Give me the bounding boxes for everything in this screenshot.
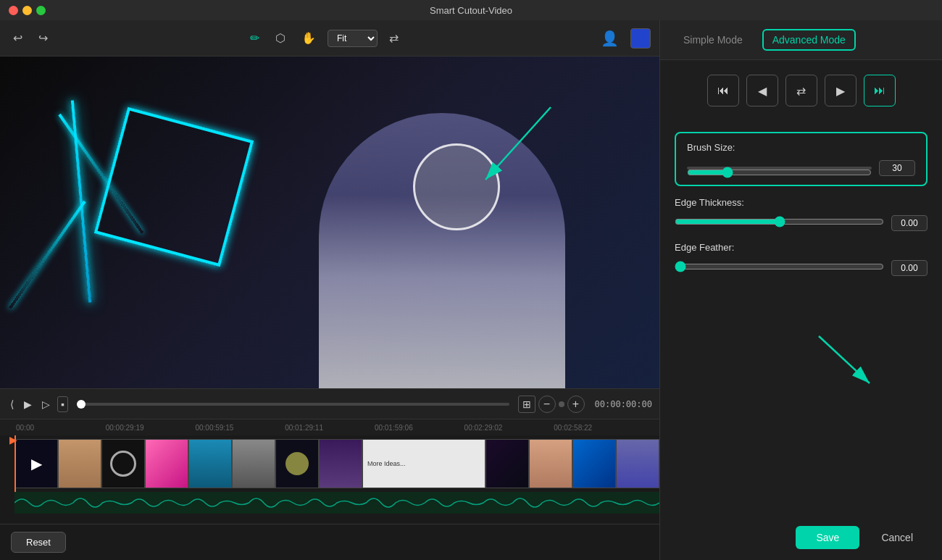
brush-circle-indicator <box>413 143 500 230</box>
progress-bar[interactable] <box>77 403 509 406</box>
zoom-indicator <box>559 401 564 407</box>
edge-thickness-value[interactable]: 0.00 <box>891 215 928 231</box>
save-button[interactable]: Save <box>796 526 859 549</box>
track-thumb-7 <box>319 439 362 488</box>
minimize-button[interactable] <box>22 6 32 15</box>
zoom-dropdown[interactable]: Fit 50% 100% <box>328 30 378 47</box>
reset-button[interactable]: Reset <box>11 532 66 553</box>
playback-bar: ⟨ ▶ ▷ ▪ ⊞ − + 00:00:00:00 <box>0 388 659 419</box>
ruler-mark-6: 00:02:58:22 <box>554 424 643 432</box>
brush-size-slider[interactable] <box>687 167 872 178</box>
simple-mode-button[interactable]: Simple Mode <box>675 30 751 50</box>
traffic-lights <box>9 6 46 15</box>
bottom-bar: Reset <box>0 524 659 560</box>
track-thumb-3 <box>145 439 188 488</box>
right-panel: Simple Mode Advanced Mode ⏮ ◀ ⇄ ▶ ⏭ Brus… <box>659 20 942 560</box>
zoom-controls: ⊞ − + <box>518 396 585 413</box>
step-backward-button[interactable]: ◀ <box>746 75 778 106</box>
brush-size-row: 30 <box>687 160 915 176</box>
redo-button[interactable]: ↪ <box>34 28 52 48</box>
edge-feather-group: Edge Feather: 0.00 <box>675 242 928 276</box>
track-thumb-4 <box>188 439 232 488</box>
main-layout: ↩ ↪ ✏ ⬡ ✋ Fit 50% 100% ⇄ 👤 <box>0 20 942 560</box>
left-panel: ↩ ↪ ✏ ⬡ ✋ Fit 50% 100% ⇄ 👤 <box>0 20 659 560</box>
right-playback-controls: ⏮ ◀ ⇄ ▶ ⏭ <box>660 60 942 121</box>
track-thumb-5 <box>232 439 275 488</box>
edge-thickness-label: Edge Thickness: <box>675 197 928 208</box>
zoom-in-button[interactable]: + <box>567 396 585 413</box>
edge-feather-slider[interactable] <box>675 261 884 272</box>
play-button[interactable]: ▶ <box>21 396 35 413</box>
profile-button[interactable]: 👤 <box>596 27 623 50</box>
hand-tool-button[interactable]: ✋ <box>297 28 320 48</box>
edge-feather-label: Edge Feather: <box>675 242 928 253</box>
brush-size-track[interactable] <box>687 167 872 170</box>
edge-thickness-track[interactable] <box>675 216 884 230</box>
toolbar: ↩ ↪ ✏ ⬡ ✋ Fit 50% 100% ⇄ 👤 <box>0 20 659 57</box>
advanced-mode-button[interactable]: Advanced Mode <box>762 29 856 51</box>
right-bottom: Save Cancel <box>660 515 942 560</box>
video-frame <box>0 57 659 388</box>
edge-thickness-row: 0.00 <box>675 215 928 231</box>
timeline-ruler: 00:00 00:00:29:19 00:00:59:15 00:01:29:1… <box>0 419 659 435</box>
playhead[interactable] <box>14 435 16 492</box>
track-thumb-8: More Ideas... <box>362 439 485 488</box>
loop-button[interactable]: ⇄ <box>785 75 817 106</box>
video-area <box>0 57 659 388</box>
skip-to-start-button[interactable]: ⏮ <box>707 75 739 106</box>
neon-decoration <box>71 100 91 302</box>
undo-button[interactable]: ↩ <box>9 28 27 48</box>
color-picker-button[interactable] <box>630 28 651 49</box>
track-thumb-10 <box>529 439 572 488</box>
track-thumb-11 <box>572 439 616 488</box>
step-back-frame-button[interactable]: ⟨ <box>7 396 17 413</box>
mode-bar: Simple Mode Advanced Mode <box>660 20 942 60</box>
neon-decoration-3 <box>9 201 86 309</box>
timeline-tracks[interactable]: ▶ More Ideas... <box>0 435 659 492</box>
sliders-section: Brush Size: 30 Edge Thickness: 0.00 <box>660 121 942 329</box>
stop-button[interactable]: ▪ <box>57 396 68 412</box>
close-button[interactable] <box>9 6 18 15</box>
play-forward-button[interactable]: ▷ <box>39 396 53 413</box>
edge-thickness-group: Edge Thickness: 0.00 <box>675 197 928 231</box>
edge-thickness-slider[interactable] <box>675 216 884 227</box>
time-display: 00:00:00:00 <box>595 399 652 409</box>
zoom-out-button[interactable]: − <box>538 396 556 413</box>
waveform <box>14 492 659 514</box>
pen-tool-button[interactable]: ✏ <box>246 28 264 48</box>
timeline-area: 00:00 00:00:29:19 00:00:59:15 00:01:29:1… <box>0 419 659 524</box>
edge-feather-track[interactable] <box>675 261 884 275</box>
ruler-mark-1: 00:00:29:19 <box>106 424 196 432</box>
right-bottom-area <box>660 329 942 515</box>
cancel-button[interactable]: Cancel <box>867 526 928 549</box>
expand-button[interactable]: ⊞ <box>518 396 535 413</box>
brush-size-group: Brush Size: 30 <box>675 132 928 186</box>
titlebar: Smart Cutout-Video <box>0 0 942 20</box>
link-button[interactable]: ⇄ <box>385 28 403 48</box>
maximize-button[interactable] <box>36 6 46 15</box>
ruler-mark-5: 00:02:29:02 <box>464 424 554 432</box>
eraser-tool-button[interactable]: ⬡ <box>271 28 290 48</box>
ruler-mark-4: 00:01:59:06 <box>375 424 464 432</box>
save-arrow <box>812 329 884 394</box>
track-thumb-0: ▶ <box>14 439 58 488</box>
track-thumb-2 <box>101 439 145 488</box>
track-thumb-9 <box>485 439 529 488</box>
neon-rectangle <box>94 107 254 267</box>
video-track: ▶ More Ideas... <box>14 439 659 488</box>
edge-feather-row: 0.00 <box>675 260 928 276</box>
track-thumb-12 <box>616 439 659 488</box>
ruler-mark-2: 00:00:59:15 <box>195 424 285 432</box>
step-forward-button[interactable]: ▶ <box>825 75 856 106</box>
track-thumb-6 <box>275 439 319 488</box>
edge-feather-value[interactable]: 0.00 <box>891 260 928 276</box>
skip-to-end-button[interactable]: ⏭ <box>864 75 896 106</box>
svg-line-3 <box>819 336 870 383</box>
ruler-mark-3: 00:01:29:11 <box>285 424 375 432</box>
brush-size-value[interactable]: 30 <box>879 160 915 176</box>
ruler-mark-0: 00:00 <box>16 424 106 432</box>
audio-track <box>14 492 659 514</box>
app-title: Smart Cutout-Video <box>430 5 512 16</box>
brush-size-label: Brush Size: <box>687 142 915 153</box>
track-thumb-1 <box>58 439 101 488</box>
